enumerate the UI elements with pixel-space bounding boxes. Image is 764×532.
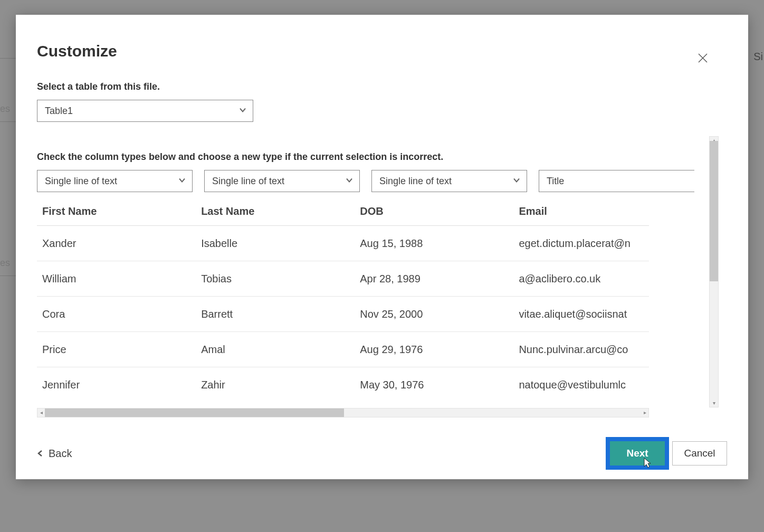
cancel-label: Cancel — [684, 448, 715, 459]
dialog-footer: Back Next Cancel — [37, 441, 727, 466]
column-type-value: Single line of text — [212, 176, 284, 187]
back-label: Back — [49, 448, 72, 460]
horizontal-scrollbar[interactable]: ◂ ▸ — [37, 408, 649, 417]
column-type-dropdown-3[interactable]: Title — [539, 170, 694, 192]
table-header-cell: First Name — [42, 205, 189, 217]
next-button-highlight: Next — [606, 437, 669, 470]
next-label: Next — [626, 448, 648, 459]
background-text-2: es — [0, 258, 10, 269]
table-row: Jennifer Zahir May 30, 1976 natoque@vest… — [37, 367, 649, 403]
scroll-down-arrow-icon: ▾ — [710, 400, 718, 407]
table-header-row: First Name Last Name DOB Email — [37, 197, 649, 226]
background-text: es — [0, 103, 10, 115]
table-cell: Isabelle — [201, 238, 348, 250]
dialog-body: Select a table from this file. Table1 Ch… — [37, 81, 719, 426]
table-cell: May 30, 1976 — [360, 379, 507, 391]
table-cell: Price — [42, 344, 189, 356]
table-header-cell: Last Name — [201, 205, 348, 217]
chevron-down-icon — [239, 106, 246, 117]
table-cell: Xander — [42, 238, 189, 250]
column-type-dropdown-2[interactable]: Single line of text — [371, 170, 527, 192]
table-select-dropdown[interactable]: Table1 — [37, 100, 253, 122]
table-cell: Nov 25, 2000 — [360, 308, 507, 320]
column-type-value: Single line of text — [45, 176, 117, 187]
column-type-dropdown-0[interactable]: Single line of text — [37, 170, 193, 192]
table-cell: Barrett — [201, 308, 348, 320]
scroll-right-arrow-icon: ▸ — [641, 408, 648, 417]
column-type-value: Title — [547, 176, 564, 187]
table-cell: eget.dictum.placerat@n — [519, 238, 644, 250]
close-button[interactable] — [698, 53, 712, 68]
column-type-label: Check the column types below and choose … — [37, 151, 719, 163]
table-cell: Aug 29, 1976 — [360, 344, 507, 356]
table-cell: William — [42, 273, 189, 285]
table-cell: Tobias — [201, 273, 348, 285]
chevron-down-icon — [178, 176, 186, 187]
chevron-left-icon — [37, 448, 44, 460]
table-cell: Nunc.pulvinar.arcu@co — [519, 344, 644, 356]
table-cell: Zahir — [201, 379, 348, 391]
customize-dialog: Customize Select a table from this file.… — [16, 15, 748, 479]
vertical-scrollbar[interactable]: ▴ ▾ — [709, 136, 719, 407]
scroll-thumb[interactable] — [45, 408, 344, 417]
next-button[interactable]: Next — [610, 441, 665, 466]
chevron-down-icon — [513, 176, 520, 187]
table-row: Cora Barrett Nov 25, 2000 vitae.aliquet@… — [37, 297, 649, 332]
column-type-value: Single line of text — [379, 176, 452, 187]
table-header-cell: DOB — [360, 205, 507, 217]
table-row: William Tobias Apr 28, 1989 a@aclibero.c… — [37, 261, 649, 297]
table-cell: Cora — [42, 308, 189, 320]
table-row: Price Amal Aug 29, 1976 Nunc.pulvinar.ar… — [37, 332, 649, 367]
column-type-dropdown-1[interactable]: Single line of text — [204, 170, 360, 192]
table-select-value: Table1 — [45, 106, 73, 117]
cursor-icon — [643, 457, 652, 469]
table-cell: Jennifer — [42, 379, 189, 391]
column-type-row: Single line of text Single line of text … — [37, 170, 649, 192]
table-row: Xander Isabelle Aug 15, 1988 eget.dictum… — [37, 226, 649, 261]
close-icon — [698, 56, 708, 65]
table-select-label: Select a table from this file. — [37, 81, 719, 92]
preview-table: First Name Last Name DOB Email Xander Is… — [37, 197, 649, 417]
table-cell: Amal — [201, 344, 348, 356]
dialog-title: Customize — [37, 42, 727, 60]
table-header-cell: Email — [519, 205, 644, 217]
table-cell: Aug 15, 1988 — [360, 238, 507, 250]
side-peek-text: Si — [753, 51, 763, 63]
back-button[interactable]: Back — [37, 448, 72, 460]
table-cell: natoque@vestibulumlc — [519, 379, 644, 391]
cancel-button[interactable]: Cancel — [672, 441, 727, 466]
table-cell: a@aclibero.co.uk — [519, 273, 644, 285]
chevron-down-icon — [346, 176, 353, 187]
table-cell: vitae.aliquet@sociisnat — [519, 308, 644, 320]
scroll-left-arrow-icon: ◂ — [37, 408, 45, 417]
scroll-thumb[interactable] — [710, 141, 718, 281]
table-cell: Apr 28, 1989 — [360, 273, 507, 285]
